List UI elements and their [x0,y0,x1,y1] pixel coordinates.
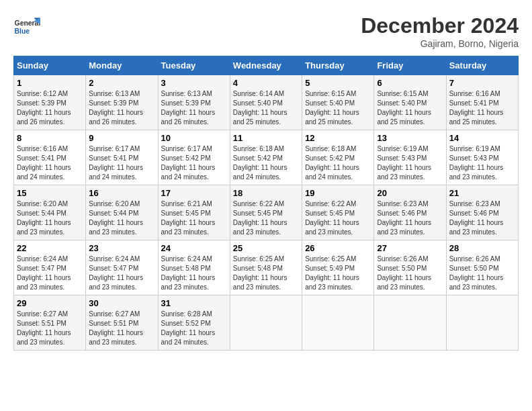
day-info: Sunrise: 6:23 AMSunset: 5:46 PMDaylight:… [377,199,443,237]
month-year-title: December 2024 [361,13,519,38]
calendar-cell: 11Sunrise: 6:18 AMSunset: 5:42 PMDayligh… [230,130,302,185]
day-number: 18 [233,188,299,198]
day-info: Sunrise: 6:17 AMSunset: 5:42 PMDaylight:… [161,144,227,182]
day-number: 14 [449,133,515,143]
day-info: Sunrise: 6:25 AMSunset: 5:49 PMDaylight:… [305,255,371,292]
calendar-cell: 12Sunrise: 6:18 AMSunset: 5:42 PMDayligh… [302,130,374,185]
day-number: 5 [305,78,371,88]
day-number: 1 [17,78,83,88]
day-info: Sunrise: 6:19 AMSunset: 5:43 PMDaylight:… [449,144,515,182]
calendar-cell: 16Sunrise: 6:20 AMSunset: 5:44 PMDayligh… [86,185,158,240]
calendar-cell: 4Sunrise: 6:14 AMSunset: 5:40 PMDaylight… [230,75,302,130]
calendar-cell: 31Sunrise: 6:28 AMSunset: 5:52 PMDayligh… [158,295,230,351]
day-number: 13 [377,133,443,143]
day-number: 17 [161,188,227,198]
title-block: December 2024 Gajiram, Borno, Nigeria [361,13,519,49]
day-number: 28 [449,243,515,253]
calendar-week-row: 29Sunrise: 6:27 AMSunset: 5:51 PMDayligh… [14,295,519,351]
calendar-cell: 9Sunrise: 6:17 AMSunset: 5:41 PMDaylight… [86,130,158,185]
day-number: 12 [305,133,371,143]
day-info: Sunrise: 6:27 AMSunset: 5:51 PMDaylight:… [89,310,154,347]
calendar-cell: 15Sunrise: 6:20 AMSunset: 5:44 PMDayligh… [14,185,86,240]
logo-icon: General Blue [13,13,40,40]
calendar-cell: 19Sunrise: 6:22 AMSunset: 5:45 PMDayligh… [302,185,374,240]
calendar-week-row: 1Sunrise: 6:12 AMSunset: 5:39 PMDaylight… [14,75,519,130]
day-info: Sunrise: 6:16 AMSunset: 5:41 PMDaylight:… [449,89,515,127]
page-header: General Blue December 2024 Gajiram, Born… [13,13,519,49]
day-info: Sunrise: 6:17 AMSunset: 5:41 PMDaylight:… [89,144,154,182]
calendar-body: 1Sunrise: 6:12 AMSunset: 5:39 PMDaylight… [14,75,519,351]
day-info: Sunrise: 6:18 AMSunset: 5:42 PMDaylight:… [305,144,371,182]
day-number: 26 [305,243,371,253]
day-info: Sunrise: 6:26 AMSunset: 5:50 PMDaylight:… [449,255,515,292]
day-info: Sunrise: 6:15 AMSunset: 5:40 PMDaylight:… [377,89,443,127]
calendar-header-row: SundayMondayTuesdayWednesdayThursdayFrid… [14,56,519,75]
calendar-week-row: 15Sunrise: 6:20 AMSunset: 5:44 PMDayligh… [14,185,519,240]
calendar-cell: 7Sunrise: 6:16 AMSunset: 5:41 PMDaylight… [446,75,518,130]
calendar-cell [446,295,518,351]
logo: General Blue [13,13,40,40]
day-info: Sunrise: 6:20 AMSunset: 5:44 PMDaylight:… [89,199,154,237]
day-info: Sunrise: 6:16 AMSunset: 5:41 PMDaylight:… [17,144,83,182]
day-number: 10 [161,133,227,143]
calendar-header-saturday: Saturday [446,56,518,75]
calendar-header-tuesday: Tuesday [158,56,230,75]
svg-text:Blue: Blue [15,28,30,35]
day-number: 3 [161,78,227,88]
calendar-cell: 23Sunrise: 6:24 AMSunset: 5:47 PMDayligh… [86,240,158,295]
day-info: Sunrise: 6:24 AMSunset: 5:48 PMDaylight:… [161,255,227,292]
calendar-header-wednesday: Wednesday [230,56,302,75]
day-number: 8 [17,133,83,143]
day-number: 22 [17,243,83,253]
day-info: Sunrise: 6:12 AMSunset: 5:39 PMDaylight:… [17,89,83,127]
day-info: Sunrise: 6:24 AMSunset: 5:47 PMDaylight:… [89,255,154,292]
calendar-cell: 17Sunrise: 6:21 AMSunset: 5:45 PMDayligh… [158,185,230,240]
calendar-header-friday: Friday [374,56,446,75]
calendar-cell [302,295,374,351]
day-number: 7 [449,78,515,88]
day-info: Sunrise: 6:25 AMSunset: 5:48 PMDaylight:… [233,255,299,292]
calendar-cell: 22Sunrise: 6:24 AMSunset: 5:47 PMDayligh… [14,240,86,295]
day-info: Sunrise: 6:26 AMSunset: 5:50 PMDaylight:… [377,255,443,292]
day-info: Sunrise: 6:13 AMSunset: 5:39 PMDaylight:… [89,89,154,127]
calendar-table: SundayMondayTuesdayWednesdayThursdayFrid… [13,56,519,351]
day-number: 27 [377,243,443,253]
day-info: Sunrise: 6:15 AMSunset: 5:40 PMDaylight:… [305,89,371,127]
calendar-cell: 3Sunrise: 6:13 AMSunset: 5:39 PMDaylight… [158,75,230,130]
day-number: 29 [17,298,83,308]
calendar-cell: 26Sunrise: 6:25 AMSunset: 5:49 PMDayligh… [302,240,374,295]
day-number: 30 [89,298,154,308]
day-number: 24 [161,243,227,253]
calendar-cell: 1Sunrise: 6:12 AMSunset: 5:39 PMDaylight… [14,75,86,130]
day-number: 2 [89,78,154,88]
day-number: 21 [449,188,515,198]
day-info: Sunrise: 6:23 AMSunset: 5:46 PMDaylight:… [449,199,515,237]
day-info: Sunrise: 6:18 AMSunset: 5:42 PMDaylight:… [233,144,299,182]
day-info: Sunrise: 6:14 AMSunset: 5:40 PMDaylight:… [233,89,299,127]
calendar-cell: 28Sunrise: 6:26 AMSunset: 5:50 PMDayligh… [446,240,518,295]
calendar-header-sunday: Sunday [14,56,86,75]
calendar-header-thursday: Thursday [302,56,374,75]
day-number: 9 [89,133,154,143]
day-number: 31 [161,298,227,308]
calendar-cell: 24Sunrise: 6:24 AMSunset: 5:48 PMDayligh… [158,240,230,295]
day-number: 23 [89,243,154,253]
calendar-cell: 13Sunrise: 6:19 AMSunset: 5:43 PMDayligh… [374,130,446,185]
calendar-cell [230,295,302,351]
day-info: Sunrise: 6:19 AMSunset: 5:43 PMDaylight:… [377,144,443,182]
day-number: 15 [17,188,83,198]
calendar-cell: 27Sunrise: 6:26 AMSunset: 5:50 PMDayligh… [374,240,446,295]
calendar-cell: 8Sunrise: 6:16 AMSunset: 5:41 PMDaylight… [14,130,86,185]
day-info: Sunrise: 6:27 AMSunset: 5:51 PMDaylight:… [17,310,83,347]
day-number: 20 [377,188,443,198]
day-number: 16 [89,188,154,198]
day-info: Sunrise: 6:28 AMSunset: 5:52 PMDaylight:… [161,310,227,347]
day-info: Sunrise: 6:22 AMSunset: 5:45 PMDaylight:… [233,199,299,237]
calendar-cell: 5Sunrise: 6:15 AMSunset: 5:40 PMDaylight… [302,75,374,130]
calendar-header-monday: Monday [86,56,158,75]
calendar-cell: 6Sunrise: 6:15 AMSunset: 5:40 PMDaylight… [374,75,446,130]
calendar-cell: 10Sunrise: 6:17 AMSunset: 5:42 PMDayligh… [158,130,230,185]
calendar-cell: 25Sunrise: 6:25 AMSunset: 5:48 PMDayligh… [230,240,302,295]
day-number: 4 [233,78,299,88]
day-info: Sunrise: 6:21 AMSunset: 5:45 PMDaylight:… [161,199,227,237]
